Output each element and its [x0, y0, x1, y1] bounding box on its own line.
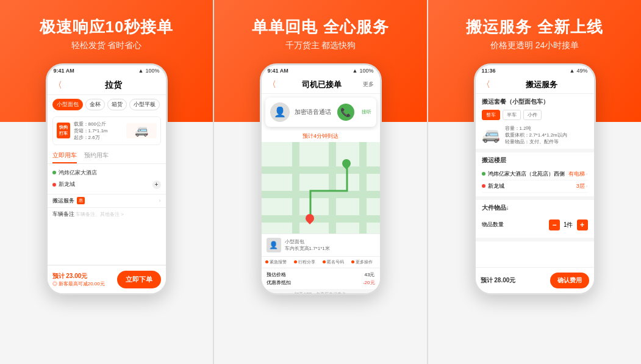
phone-middle: 9:41 AM ▲ 100% 〈 司机已接单 更多 👤 加密语音通话 📞 接听 … — [260, 63, 382, 295]
floor-val-1: 有电梯 › — [568, 170, 588, 178]
panel-right: 搬运服务 全新上线 价格更透明 24小时接单 11:36 ▲ 49% 〈 搬运服… — [428, 0, 641, 364]
panel-middle: 单单回电 全心服务 千万货主 都选快狗 9:41 AM ▲ 100% 〈 司机已… — [213, 0, 428, 364]
p2-call-button[interactable]: 📞 — [337, 104, 354, 121]
floor-2-value: 3层 — [576, 182, 585, 190]
p2-back-btn[interactable]: 〈 — [268, 79, 276, 90]
move-service-tag: 惠 — [77, 197, 85, 204]
more-actions-label: 更多操作 — [356, 259, 373, 265]
p2-nav-header: 〈 司机已接单 更多 — [262, 76, 380, 94]
p1-car-reg-row[interactable]: 车辆备注 车辆备注、其他备注 > — [48, 207, 166, 221]
status-right-middle: ▲ 100% — [353, 68, 374, 74]
phone-middle-screen: 9:41 AM ▲ 100% 〈 司机已接单 更多 👤 加密语音通话 📞 接听 … — [262, 65, 380, 293]
panel-middle-text: 单单回电 全心服务 千万货主 都选快狗 — [252, 17, 389, 51]
p1-tabs: 小型面包 金杯 箱货 小型平板 — [48, 95, 166, 114]
p3-floor-row-2[interactable]: 新龙城 3层 › — [482, 180, 588, 193]
p3-nav-header: 〈 搬运服务 — [476, 76, 594, 94]
panel-right-title: 搬运服务 全新上线 — [466, 17, 603, 38]
car-reg-hint: 车辆备注、其他备注 > — [76, 212, 124, 217]
status-bar-left: 9:41 AM ▲ 100% — [48, 65, 166, 76]
p2-action-bar: 紧急报警 行程分享 匿名号码 更多操作 — [262, 256, 380, 268]
p2-emergency-btn[interactable]: 紧急报警 — [265, 259, 287, 265]
p2-answer-label: 接听 — [362, 109, 371, 115]
divider-left-middle — [213, 0, 213, 364]
p3-vehicle-section: 搬运套餐（小型面包车） 整车 半车 小件 🚐 容量：1.2吨 载重体积：2.7*… — [476, 94, 594, 152]
p1-instant-tabs: 立即用车 预约用车 — [48, 148, 166, 163]
vehicle-tab-half[interactable]: 半车 — [503, 110, 521, 120]
confirm-fee-button[interactable]: 确认费用 — [550, 273, 589, 288]
discount-value: -20元 — [363, 279, 375, 286]
vehicle-tab-small[interactable]: 小件 — [523, 110, 542, 120]
p2-avatar: 👤 — [270, 102, 290, 122]
panel-left-text: 极速响应10秒接单 轻松发货 省时省心 — [40, 17, 174, 51]
price-label: 预估价格 — [267, 271, 286, 278]
add-stop-btn[interactable]: + — [152, 180, 161, 189]
cargo-price: 起步：2.6万 — [74, 134, 123, 141]
p1-bottom-bar: 预计 23.00元 ◎ 新客最高可减20.00元 立即下单 — [48, 265, 166, 293]
panel-left-subtitle: 轻松发货 省时省心 — [40, 40, 174, 51]
p1-title: 拉货 — [67, 80, 160, 91]
more-dot — [351, 260, 354, 263]
p3-quantity-row: 物品数量 − 1件 + — [482, 216, 588, 234]
vehicle-tab-full[interactable]: 整车 — [482, 110, 500, 120]
dest-dot-r — [482, 184, 485, 188]
location-row-1[interactable]: 鸿炜亿家大酒店 — [52, 167, 161, 179]
dest-dot — [52, 183, 56, 187]
tab-small-van[interactable]: 小型面包 — [52, 99, 83, 110]
truck-icon: 🚐 — [126, 123, 157, 138]
p2-title: 司机已接单 — [281, 79, 363, 90]
p2-more-actions-btn[interactable]: 更多操作 — [351, 259, 373, 265]
emergency-dot — [265, 260, 268, 263]
status-right-left: ▲ 100% — [138, 68, 160, 74]
floor-dot-1: 鸿炜亿家大酒店（北苑店）西侧 — [482, 170, 565, 178]
p3-dimensions: 载重体积：2.7*1.4*1.2m以内 — [505, 132, 567, 138]
floor-location-1: 鸿炜亿家大酒店（北苑店）西侧 — [488, 170, 565, 178]
p2-share-btn[interactable]: 行程分享 — [294, 259, 315, 265]
location-row-2[interactable]: 新龙城 + — [52, 179, 161, 191]
floor-location-2: 新龙城 — [488, 182, 504, 190]
p1-move-service-row[interactable]: 搬运服务 惠 › — [48, 194, 166, 207]
share-label: 行程分享 — [298, 259, 315, 265]
p3-floor-section: 搬运楼层 鸿炜亿家大酒店（北苑店）西侧 有电梯 › 新龙城 — [476, 152, 594, 200]
p3-bottom-bar: 预计 28.00元 确认费用 — [476, 267, 594, 293]
p2-anon-btn[interactable]: 匿名号码 — [323, 259, 344, 265]
phone-left-screen: 9:41 AM ▲ 100% 〈 拉货 小型面包 金杯 箱货 小型平板 快狗打车… — [48, 65, 166, 293]
emergency-label: 紧急报警 — [270, 259, 287, 265]
signal-icon: ▲ — [570, 68, 575, 74]
p1-back-btn[interactable]: 〈 — [54, 80, 62, 91]
p3-floor-row-1[interactable]: 鸿炜亿家大酒店（北苑店）西侧 有电梯 › — [482, 168, 588, 180]
reserve-tab[interactable]: 预约用车 — [84, 151, 109, 163]
p3-items-title: 大件物品↓ — [482, 204, 588, 212]
panel-right-text: 搬运服务 全新上线 价格更透明 24小时接单 — [466, 17, 603, 51]
origin-name: 鸿炜亿家大酒店 — [59, 169, 97, 177]
tab-small-flatbed[interactable]: 小型平板 — [129, 99, 160, 110]
p3-items-section: 大件物品↓ 物品数量 − 1件 + — [476, 200, 594, 241]
dest-name: 新龙城 — [59, 180, 75, 188]
quantity-minus-button[interactable]: − — [549, 219, 560, 230]
order-now-button[interactable]: 立即下单 — [117, 271, 161, 288]
p3-back-btn[interactable]: 〈 — [482, 79, 490, 90]
chevron-icon-2: › — [586, 184, 588, 189]
p2-footer: 打开APP，包裹历史优惠点 — [262, 289, 380, 293]
discount-row: 优惠券抵扣 -20元 — [267, 279, 375, 287]
p2-caller-card: 👤 加密语音通话 📞 接听 — [265, 98, 376, 127]
wifi-icon: ▲ — [138, 68, 144, 74]
p2-caller-name: 加密语音通话 — [295, 108, 332, 116]
move-service-arrow: › — [159, 198, 161, 204]
p1-cargo-card: 快狗打车 载重：800公斤 货箱：1.7*1.1m 起步：2.6万 🚐 — [52, 116, 161, 145]
p2-driver-card: 👤 小型面包 车内长宽高1.7*1*1米 — [262, 234, 380, 256]
price-value: 43元 — [365, 271, 375, 278]
panel-right-subtitle: 价格更透明 24小时接单 — [466, 40, 603, 51]
tab-jin-bei[interactable]: 金杯 — [85, 99, 105, 110]
p1-price-area: 预计 23.00元 ◎ 新客最高可减20.00元 — [52, 272, 105, 287]
quantity-label: 物品数量 — [482, 221, 504, 229]
p3-note: 轻量物品：支付、配件等 — [505, 138, 567, 145]
tab-box-truck[interactable]: 箱货 — [107, 99, 127, 110]
quantity-plus-button[interactable]: + — [577, 219, 588, 230]
wifi-icon-m: ▲ — [353, 68, 358, 74]
p3-vehicle-tabs: 整车 半车 小件 — [482, 110, 588, 120]
p2-more-btn[interactable]: 更多 — [363, 80, 374, 88]
p3-truck-icon: 🚐 — [482, 126, 500, 143]
quantity-value: 1件 — [564, 221, 573, 229]
instant-tab[interactable]: 立即用车 — [52, 151, 77, 163]
p2-map — [262, 142, 380, 234]
